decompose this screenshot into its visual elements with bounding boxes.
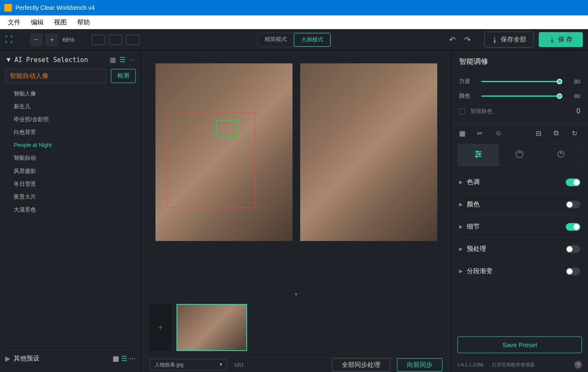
preset-item[interactable]: 白色背景 [5, 126, 136, 139]
open-manager-link[interactable]: 打开应用程序管理器 [492, 362, 534, 368]
toggle-switch[interactable] [566, 179, 580, 186]
preset-item[interactable]: 新生儿 [5, 100, 136, 113]
face-icon[interactable]: ☺ [495, 129, 504, 138]
caret-down-icon: ▼ [5, 56, 12, 64]
tab-effects[interactable] [540, 144, 582, 166]
reset-icon[interactable]: ↻ [572, 129, 580, 138]
mode-tabs: 精简模式 大师模式 [257, 33, 331, 47]
enhance-skin-row: 加强肤色 0 [451, 103, 588, 119]
preset-item[interactable]: 夜景大片 [5, 190, 136, 203]
zoom-in-button[interactable]: + [45, 33, 58, 46]
preset-item[interactable]: 智能人像 [5, 87, 136, 100]
adjustment-row[interactable]: ▶ 色调 [457, 171, 582, 193]
preset-item[interactable]: 智能自动 [5, 152, 136, 164]
color-slider[interactable]: 颜色 80 [451, 89, 588, 103]
menu-view[interactable]: 视图 [49, 17, 72, 28]
canvas[interactable] [141, 51, 451, 292]
status-bar: v:4.1.1.2286 打开应用程序管理器 ? [451, 357, 588, 372]
strength-slider[interactable]: 力度 80 [451, 74, 588, 89]
preset-item[interactable]: 毕业照/合影照 [5, 113, 136, 126]
canvas-area: ▼ + 人物效果.jpg ▾ 1的1 全部同步处理 向前同步 [141, 51, 451, 372]
right-panel: 智能调修 力度 80 颜色 80 加强肤色 0 ▦ ✂ ☺ ⊟ ⧉ ↻ [451, 51, 588, 372]
filename-dropdown[interactable]: 人物效果.jpg ▾ [150, 359, 227, 371]
eye-detection-rect [216, 120, 238, 137]
toolbar: ⛶ − + 66% 精简模式 大师模式 ↶ ↷ ⭳ 保存全部 ⭳ 保 存 [0, 29, 588, 51]
toggle-switch[interactable] [566, 268, 580, 275]
after-image [300, 63, 437, 241]
enhance-skin-checkbox[interactable] [459, 108, 465, 114]
before-image [155, 63, 293, 241]
save-all-button[interactable]: ⭳ 保存全部 [484, 32, 534, 48]
crop-icon[interactable]: ✂ [477, 129, 486, 138]
preset-list: 智能人像新生儿毕业照/合影照白色背景People at Night智能自动风景摄… [5, 87, 136, 219]
fullscreen-icon[interactable]: ⛶ [5, 35, 13, 44]
sidebar: ▼ AI Preset Selection ▦ ☰ ⋯ 智能自动人像 检测 智能… [0, 51, 141, 372]
sync-all-button[interactable]: 全部同步处理 [332, 358, 390, 372]
menu-edit[interactable]: 编辑 [26, 17, 49, 28]
compare-icon[interactable]: ⊟ [536, 129, 544, 138]
adjustment-tabs [457, 144, 582, 166]
menu-help[interactable]: 帮助 [72, 17, 95, 28]
redo-icon[interactable]: ↷ [464, 35, 471, 45]
save-button[interactable]: ⭳ 保 存 [539, 32, 583, 47]
view-crop-icon[interactable] [126, 35, 140, 45]
titlebar: Perfectly Clear Workbench v4 [0, 0, 588, 15]
view-single-icon[interactable] [92, 35, 105, 45]
tab-portrait[interactable] [499, 144, 540, 166]
more-icon[interactable]: ⋯ [129, 56, 136, 64]
caret-right-icon: ▶ [459, 246, 463, 252]
caret-right-icon: ▶ [459, 179, 463, 185]
sync-forward-button[interactable]: 向前同步 [397, 358, 442, 372]
right-panel-title: 智能调修 [451, 57, 588, 74]
list-view-icon[interactable]: ☰ [119, 56, 125, 64]
save-preset-button[interactable]: Save Preset [457, 336, 582, 353]
caret-right-icon: ▶ [459, 268, 463, 274]
thumbnail[interactable] [176, 304, 247, 351]
view-split-icon[interactable] [109, 35, 122, 45]
list-view-icon[interactable]: ☰ [121, 355, 127, 362]
preset-item[interactable]: 冬日雪景 [5, 178, 136, 190]
mirror-icon[interactable]: ⧉ [554, 129, 562, 138]
more-icon[interactable]: ⋯ [129, 355, 136, 362]
adjustment-row[interactable]: ▶ 预处理 [457, 238, 582, 260]
other-presets-header[interactable]: ▶ 其他预设 ▦ ☰ ⋯ [5, 350, 136, 367]
svg-point-8 [560, 152, 562, 154]
toggle-switch[interactable] [566, 245, 580, 253]
tab-adjustments[interactable] [458, 144, 499, 166]
app-icon [4, 4, 12, 12]
preset-item[interactable]: 大漠景色 [5, 203, 136, 216]
menu-file[interactable]: 文件 [3, 17, 26, 28]
tab-master-mode[interactable]: 大师模式 [294, 33, 331, 47]
histogram-icon[interactable]: ▦ [459, 129, 468, 138]
preset-item[interactable]: 风景摄影 [5, 165, 136, 178]
preset-dropdown[interactable]: 智能自动人像 [5, 69, 107, 83]
preset-section-header[interactable]: ▼ AI Preset Selection ▦ ☰ ⋯ [5, 56, 136, 64]
grid-view-icon[interactable]: ▦ [110, 56, 116, 64]
grid-view-icon[interactable]: ▦ [113, 355, 119, 362]
preset-item[interactable]: People at Night [5, 139, 136, 152]
adjustment-groups: ▶ 色调 ▶ 颜色 ▶ 细节 ▶ 预处理 ▶ 分段渐变 [451, 171, 588, 283]
filmstrip: + [141, 298, 451, 357]
tab-simple-mode[interactable]: 精简模式 [258, 33, 294, 47]
tool-icons-row: ▦ ✂ ☺ ⊟ ⧉ ↻ [451, 123, 588, 144]
undo-icon[interactable]: ↶ [449, 35, 456, 45]
app-title: Perfectly Clear Workbench v4 [15, 4, 95, 11]
slider-handle[interactable] [557, 93, 562, 99]
filmstrip-collapse-icon[interactable]: ▼ [141, 292, 451, 298]
toggle-switch[interactable] [566, 223, 580, 231]
adjustment-row[interactable]: ▶ 分段渐变 [457, 260, 582, 283]
add-image-button[interactable]: + [150, 304, 171, 351]
adjustment-row[interactable]: ▶ 颜色 [457, 193, 582, 216]
help-icon[interactable]: ? [574, 361, 582, 369]
download-icon: ⭳ [549, 36, 555, 43]
detect-button[interactable]: 检测 [111, 69, 136, 83]
zoom-out-button[interactable]: − [30, 33, 43, 46]
adjustment-row[interactable]: ▶ 细节 [457, 216, 582, 238]
caret-right-icon: ▶ [459, 224, 463, 229]
caret-right-icon: ▶ [5, 354, 10, 363]
slider-handle[interactable] [557, 79, 562, 84]
toggle-switch[interactable] [566, 201, 580, 208]
preset-section-title: AI Preset Selection [15, 56, 110, 64]
svg-point-6 [516, 151, 523, 158]
chevron-down-icon: ▾ [220, 361, 222, 369]
